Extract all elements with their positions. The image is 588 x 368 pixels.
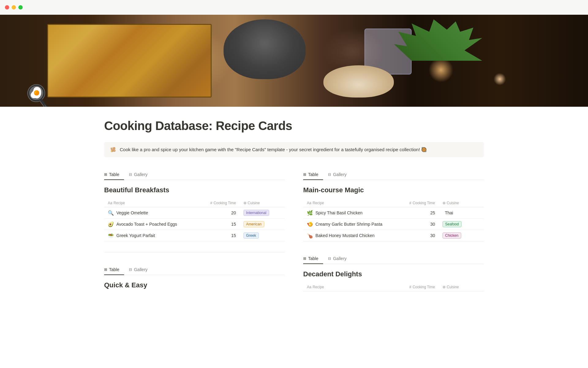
callout-box: 🫚 Cook like a pro and spice up your kitc… <box>104 142 484 157</box>
table-row[interactable]: 🍗 Baked Honey Mustard Chicken 30 Chicken <box>303 230 484 241</box>
decadent-section: ⊞ Table ⊟ Gallery Decadent Delights <box>303 254 484 291</box>
table-row[interactable]: 🌿 Spicy Thai Basil Chicken 25 Thai <box>303 207 484 219</box>
table-row[interactable]: 🍤 Creamy Garlic Butter Shrimp Pasta 30 S… <box>303 219 484 230</box>
gallery-icon: ⊟ <box>129 172 132 177</box>
tab-quickeasy-table[interactable]: ⊞ Table <box>104 265 124 275</box>
cuisine-col-icon-b: ⊕ <box>243 201 247 205</box>
recipe-col-label-mc: Recipe <box>313 201 324 205</box>
tab-decadent-table-label: Table <box>308 256 318 261</box>
breakfasts-table: Aa Recipe # Cooking Time <box>104 199 285 252</box>
maincourse-table: Aa Recipe # Cooking Time <box>303 199 484 241</box>
row-emoji: 🥗 <box>108 233 114 239</box>
row-time: 20 <box>204 207 240 219</box>
row-time: 30 <box>403 230 439 241</box>
mortar <box>224 19 306 79</box>
tab-maincourse-gallery-label: Gallery <box>333 172 346 177</box>
recipe-col-icon-b: Aa <box>108 201 112 205</box>
table-row[interactable]: 🥑 Avocado Toast + Poached Eggs 15 Americ… <box>104 219 285 230</box>
callout-text: Cook like a pro and spice up your kitche… <box>120 147 427 152</box>
row-cuisine-tag: Seafood <box>443 221 462 227</box>
cutting-board <box>47 24 212 98</box>
table-row[interactable]: 🥗 Greek Yogurt Parfait 15 Greek <box>104 230 285 241</box>
right-column: ⊞ Table ⊟ Gallery Main-course Magic <box>303 170 484 304</box>
tab-decadent-gallery-label: Gallery <box>333 256 346 261</box>
row-cuisine-tag: American <box>243 221 265 227</box>
recipe-col-label-dd: Recipe <box>313 285 324 289</box>
decadent-title: Decadent Delights <box>303 270 484 278</box>
cuisine-col-label-dd: Cuisine <box>447 285 459 289</box>
minimize-button[interactable] <box>12 5 16 10</box>
callout-icon: 🫚 <box>110 147 116 152</box>
two-col-layout: ⊞ Table ⊟ Gallery Beautiful Breakfasts <box>104 170 484 304</box>
quickeasy-title: Quick & Easy <box>104 281 285 289</box>
row-name: Spicy Thai Basil Chicken <box>315 210 363 215</box>
decadent-tabs: ⊞ Table ⊟ Gallery <box>303 254 484 264</box>
row-name: Veggie Omelette <box>116 210 148 215</box>
recipe-col-label-b: Recipe <box>114 201 125 205</box>
gallery-icon-dd: ⊟ <box>328 256 331 261</box>
page-logo-icon: 🍳 <box>24 82 51 107</box>
row-name: Baked Honey Mustard Chicken <box>315 233 375 238</box>
time-col-label-b: Cooking Time <box>213 201 236 205</box>
recipe-col-icon-mc: Aa <box>307 201 311 205</box>
time-col-label-dd: Cooking Time <box>413 285 435 289</box>
tab-maincourse-gallery[interactable]: ⊟ Gallery <box>328 170 351 180</box>
breakfasts-title: Beautiful Breakfasts <box>104 186 285 194</box>
tab-breakfasts-table-label: Table <box>109 172 119 177</box>
time-col-icon-b: # <box>210 201 212 205</box>
row-emoji: 🌿 <box>307 210 313 216</box>
cuisine-col-label-b: Cuisine <box>248 201 260 205</box>
row-cuisine-tag: International <box>243 210 269 216</box>
cuisine-col-icon-dd: ⊕ <box>443 285 446 289</box>
row-time: 25 <box>403 207 439 219</box>
tab-breakfasts-gallery[interactable]: ⊟ Gallery <box>129 170 152 180</box>
table-row[interactable]: 🔍 Veggie Omelette 20 International <box>104 207 285 219</box>
titlebar <box>0 0 588 15</box>
gallery-icon-mc: ⊟ <box>328 172 331 177</box>
table-row-empty <box>104 241 285 252</box>
decadent-table: Aa Recipe # Cooking Time <box>303 283 484 291</box>
cuisine-col-icon-mc: ⊕ <box>443 201 446 205</box>
maincourse-tabs: ⊞ Table ⊟ Gallery <box>303 170 484 180</box>
tab-breakfasts-gallery-label: Gallery <box>134 172 147 177</box>
page-wrapper: 🍳 Cooking Database: Recipe Cards 🫚 Cook … <box>0 15 588 328</box>
row-cuisine-tag: Greek <box>243 232 259 239</box>
tab-decadent-table[interactable]: ⊞ Table <box>303 254 323 264</box>
time-col-icon-mc: # <box>409 201 411 205</box>
close-button[interactable] <box>5 5 9 10</box>
row-name: Creamy Garlic Butter Shrimp Pasta <box>315 222 383 227</box>
maximize-button[interactable] <box>18 5 23 10</box>
row-time: 15 <box>204 230 240 241</box>
row-name: Avocado Toast + Poached Eggs <box>116 222 177 227</box>
tab-breakfasts-table[interactable]: ⊞ Table <box>104 170 124 180</box>
quickeasy-section: ⊞ Table ⊟ Gallery Quick & Easy <box>104 265 285 289</box>
row-emoji: 🍗 <box>307 233 313 239</box>
maincourse-section: ⊞ Table ⊟ Gallery Main-course Magic <box>303 170 484 241</box>
hero-banner: 🍳 <box>0 15 588 107</box>
table-icon-qe: ⊞ <box>104 267 107 272</box>
recipe-col-icon-dd: Aa <box>307 285 311 289</box>
tab-maincourse-table[interactable]: ⊞ Table <box>303 170 323 180</box>
bowl-small <box>323 65 394 98</box>
row-emoji: 🔍 <box>108 210 114 216</box>
row-cuisine-tag: Chicken <box>443 232 461 239</box>
time-col-label-mc: Cooking Time <box>413 201 435 205</box>
maincourse-title: Main-course Magic <box>303 186 484 194</box>
row-name: Greek Yogurt Parfait <box>116 233 155 238</box>
time-col-icon-dd: # <box>409 285 411 289</box>
left-column: ⊞ Table ⊟ Gallery Beautiful Breakfasts <box>104 170 285 304</box>
page-title: Cooking Database: Recipe Cards <box>104 119 484 133</box>
quickeasy-tabs: ⊞ Table ⊟ Gallery <box>104 265 285 275</box>
tab-decadent-gallery[interactable]: ⊟ Gallery <box>328 254 351 264</box>
tab-quickeasy-gallery[interactable]: ⊟ Gallery <box>129 265 152 275</box>
row-emoji: 🥑 <box>108 221 114 227</box>
page-content: Cooking Database: Recipe Cards 🫚 Cook li… <box>80 119 508 328</box>
row-emoji: 🍤 <box>307 221 313 227</box>
breakfasts-tabs: ⊞ Table ⊟ Gallery <box>104 170 285 180</box>
row-time: 30 <box>403 219 439 230</box>
breakfasts-section: ⊞ Table ⊟ Gallery Beautiful Breakfasts <box>104 170 285 252</box>
table-icon-dd: ⊞ <box>303 256 306 261</box>
row-time: 15 <box>204 219 240 230</box>
tab-quickeasy-gallery-label: Gallery <box>134 267 147 272</box>
table-icon-mc: ⊞ <box>303 172 306 177</box>
